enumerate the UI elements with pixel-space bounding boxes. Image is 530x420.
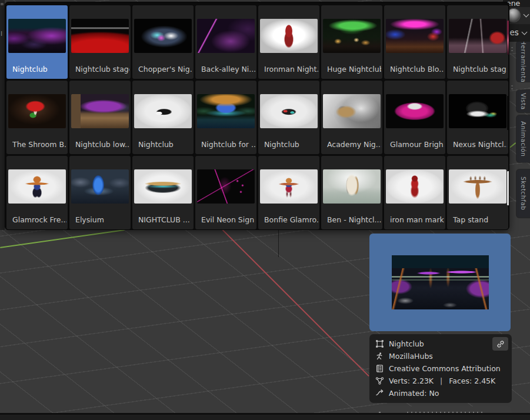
asset-thumbnail xyxy=(8,169,66,204)
asset-thumbnail xyxy=(197,19,255,53)
clipped-asset-thumbnail xyxy=(507,171,509,205)
asset-item[interactable]: Back-alley Ni... xyxy=(195,5,256,79)
toolbar-glyph: l xyxy=(1,30,2,38)
region-corner-dots xyxy=(511,47,513,52)
tab-sketchfab[interactable]: Sketchfab xyxy=(516,169,530,218)
asset-item[interactable]: Chopper's Nig... xyxy=(132,5,194,79)
asset-thumbnail xyxy=(323,169,381,204)
link-icon xyxy=(496,340,505,348)
asset-thumbnail xyxy=(386,169,444,204)
region-corner-dots xyxy=(511,85,513,90)
asset-label: Huge Nightclub xyxy=(327,65,381,74)
asset-label: Glamour Brigh... xyxy=(390,140,444,149)
asset-author-row: MozillaHubs xyxy=(375,350,506,362)
divider: | xyxy=(438,376,444,385)
asset-thumbnail xyxy=(386,94,444,128)
asset-thumbnail xyxy=(449,19,506,53)
toolbar-fragment xyxy=(1,3,4,5)
selected-asset-panel[interactable] xyxy=(369,234,511,331)
asset-thumbnail xyxy=(449,169,506,204)
asset-label: Back-alley Ni... xyxy=(201,65,255,74)
asset-label: Ironman Night... xyxy=(264,65,318,74)
asset-thumbnail xyxy=(8,19,66,53)
asset-thumbnail xyxy=(134,19,192,53)
asset-info-panel: Nightclub MozillaHubs Creative Commons A… xyxy=(369,334,512,403)
asset-thumbnail xyxy=(323,94,381,128)
asset-item[interactable]: Nightclub low... xyxy=(69,81,131,154)
asset-item[interactable]: Nightclub stage xyxy=(69,5,131,79)
asset-label: Nightclub stag... xyxy=(453,65,507,74)
asset-label: Ben - Nightcl... xyxy=(327,215,381,224)
asset-label: Evil Neon Sign xyxy=(201,215,254,224)
asset-item[interactable]: Ironman Night... xyxy=(258,5,319,79)
asset-thumbnail xyxy=(71,94,129,128)
asset-thumbnail xyxy=(71,19,129,53)
asset-label: Chopper's Nig... xyxy=(138,65,192,74)
asset-thumbnail xyxy=(260,94,318,128)
tab-herramienta[interactable]: Herramienta xyxy=(516,41,530,82)
asset-item[interactable]: Evil Neon Sign xyxy=(195,156,256,229)
asset-label: Tap stand xyxy=(453,215,488,224)
asset-label: The Shroom B... xyxy=(12,140,66,149)
asset-item[interactable]: Tap stand xyxy=(447,156,508,229)
asset-license-row: Creative Commons Attribution xyxy=(375,362,506,375)
author-icon xyxy=(375,352,384,361)
asset-label: NIGHTCLUB ... xyxy=(138,215,190,224)
asset-item[interactable]: Nexus Nightcl... xyxy=(447,81,508,154)
asset-thumbnail xyxy=(386,19,444,53)
asset-geometry-row: Verts: 2.23K | Faces: 2.45K xyxy=(375,375,506,387)
asset-item[interactable]: Nightclub xyxy=(6,5,68,79)
asset-item[interactable]: NIGHTCLUB ... xyxy=(132,156,194,229)
asset-label: Nightclub xyxy=(264,140,299,149)
asset-verts: Verts: 2.23K xyxy=(389,376,434,385)
status-bar xyxy=(0,413,530,420)
blender-window: l Herramienta Vista Animación Sketchfab … xyxy=(0,0,530,420)
asset-label: Nightclub Blo... xyxy=(390,65,444,74)
tab-animacion[interactable]: Animación xyxy=(516,115,530,162)
asset-item[interactable]: Nightclub Blo... xyxy=(384,5,445,79)
asset-label: Nightclub xyxy=(138,140,174,149)
tab-vista[interactable]: Vista xyxy=(516,90,530,112)
asset-item[interactable]: The Shroom B... xyxy=(6,81,68,154)
asset-item[interactable]: Glamour Brigh... xyxy=(384,81,445,154)
asset-label: Nightclub stage xyxy=(75,65,129,74)
asset-license: Creative Commons Attribution xyxy=(389,364,501,373)
open-link-button[interactable] xyxy=(492,337,508,351)
asset-item[interactable]: Nightclub stag... xyxy=(447,5,508,79)
asset-label: Bonfie Glamro... xyxy=(264,215,318,224)
asset-name: Nightclub xyxy=(389,339,424,348)
asset-item[interactable]: Huge Nightclub xyxy=(321,5,382,79)
asset-thumbnail xyxy=(197,169,255,204)
asset-label: iron man mark... xyxy=(390,215,444,224)
asset-label: Academy Nig... xyxy=(327,140,381,149)
asset-search-popup: Nightclub Nightclub stage Chopper's Nig.… xyxy=(5,2,509,230)
asset-item[interactable]: Nightclub xyxy=(258,81,319,154)
asset-item[interactable]: iron man mark... xyxy=(384,156,445,229)
asset-thumbnail xyxy=(134,169,192,204)
mesh-icon xyxy=(375,339,384,348)
asset-thumbnail xyxy=(449,94,506,128)
animation-curve-icon xyxy=(375,389,384,398)
asset-item[interactable]: Nightclub xyxy=(132,81,194,154)
license-icon xyxy=(375,364,384,373)
asset-label: Nightclub xyxy=(12,65,48,74)
chevron-down-icon xyxy=(524,12,529,18)
asset-thumbnail xyxy=(260,19,318,53)
asset-item[interactable]: Glamrock Fre... xyxy=(6,156,68,229)
asset-label: Nightclub for ... xyxy=(201,140,255,149)
asset-thumbnail xyxy=(197,94,255,128)
asset-item[interactable]: Academy Nig... xyxy=(321,81,382,154)
clipped-asset-thumbnail xyxy=(507,21,509,55)
asset-label: Glamrock Fre... xyxy=(12,215,66,224)
chevron-down-icon xyxy=(522,29,528,35)
asset-item[interactable]: Bonfie Glamro... xyxy=(258,156,319,229)
vertices-icon xyxy=(375,376,384,385)
asset-item[interactable]: Ben - Nightcl... xyxy=(321,156,382,229)
asset-name-row: Nightclub xyxy=(375,338,506,350)
asset-faces: Faces: 2.45K xyxy=(449,376,495,385)
toolbar-edge: l xyxy=(0,0,5,230)
asset-item[interactable]: Elysium xyxy=(69,156,131,229)
asset-item[interactable]: Nightclub for ... xyxy=(195,81,256,154)
asset-thumbnail xyxy=(8,94,66,128)
asset-animated: Animated: No xyxy=(389,389,439,398)
